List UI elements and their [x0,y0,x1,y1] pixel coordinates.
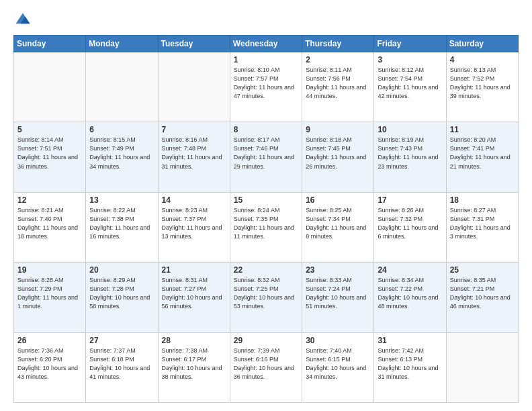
day-number: 26 [17,336,82,345]
day-info: Sunrise: 8:18 AM Sunset: 7:45 PM Dayligh… [306,136,370,171]
day-info: Sunrise: 8:19 AM Sunset: 7:43 PM Dayligh… [378,136,442,171]
calendar-cell: 30Sunrise: 7:40 AM Sunset: 6:15 PM Dayli… [302,332,374,402]
day-number: 6 [89,125,154,134]
day-info: Sunrise: 8:12 AM Sunset: 7:54 PM Dayligh… [378,66,442,101]
calendar-header-thursday: Thursday [302,36,374,52]
day-number: 14 [162,195,226,205]
calendar-header-sunday: Sunday [14,36,86,52]
day-number: 5 [17,125,82,134]
day-info: Sunrise: 8:27 AM Sunset: 7:31 PM Dayligh… [450,206,515,241]
calendar-cell: 16Sunrise: 8:25 AM Sunset: 7:34 PM Dayli… [302,192,374,262]
day-info: Sunrise: 7:40 AM Sunset: 6:15 PM Dayligh… [306,347,370,381]
day-number: 25 [450,265,515,275]
calendar-cell: 26Sunrise: 7:36 AM Sunset: 6:20 PM Dayli… [14,332,86,402]
calendar-week-1: 1Sunrise: 8:10 AM Sunset: 7:57 PM Daylig… [14,52,519,122]
day-info: Sunrise: 8:14 AM Sunset: 7:51 PM Dayligh… [17,136,82,171]
logo-icon [13,11,32,30]
calendar-cell: 2Sunrise: 8:11 AM Sunset: 7:56 PM Daylig… [302,52,374,122]
day-info: Sunrise: 8:31 AM Sunset: 7:27 PM Dayligh… [162,276,226,311]
day-number: 15 [234,195,298,205]
day-number: 22 [234,265,298,275]
calendar-cell [446,332,518,402]
day-info: Sunrise: 8:20 AM Sunset: 7:41 PM Dayligh… [450,136,515,171]
day-number: 16 [306,195,370,205]
calendar-cell: 18Sunrise: 8:27 AM Sunset: 7:31 PM Dayli… [446,192,518,262]
calendar-cell: 8Sunrise: 8:17 AM Sunset: 7:46 PM Daylig… [230,122,302,192]
calendar-cell [86,52,158,122]
day-number: 1 [234,55,298,64]
calendar-week-4: 19Sunrise: 8:28 AM Sunset: 7:29 PM Dayli… [14,263,519,332]
day-number: 21 [162,265,226,275]
calendar-week-5: 26Sunrise: 7:36 AM Sunset: 6:20 PM Dayli… [14,332,519,402]
calendar-cell: 11Sunrise: 8:20 AM Sunset: 7:41 PM Dayli… [446,122,518,192]
calendar-cell: 20Sunrise: 8:29 AM Sunset: 7:28 PM Dayli… [86,263,158,332]
day-number: 2 [306,55,370,64]
day-info: Sunrise: 8:16 AM Sunset: 7:48 PM Dayligh… [162,136,226,171]
day-number: 13 [89,195,154,205]
day-info: Sunrise: 8:32 AM Sunset: 7:25 PM Dayligh… [234,276,298,311]
calendar-cell [14,52,86,122]
day-info: Sunrise: 8:29 AM Sunset: 7:28 PM Dayligh… [89,276,154,311]
day-info: Sunrise: 7:36 AM Sunset: 6:20 PM Dayligh… [17,347,82,381]
calendar-cell: 10Sunrise: 8:19 AM Sunset: 7:43 PM Dayli… [374,122,446,192]
calendar-cell: 25Sunrise: 8:35 AM Sunset: 7:21 PM Dayli… [446,263,518,332]
calendar-header-saturday: Saturday [446,36,518,52]
calendar-cell: 9Sunrise: 8:18 AM Sunset: 7:45 PM Daylig… [302,122,374,192]
day-number: 19 [17,265,82,275]
calendar-header-wednesday: Wednesday [230,36,302,52]
calendar-header-monday: Monday [86,36,158,52]
day-number: 9 [306,125,370,134]
day-number: 28 [162,336,226,345]
day-number: 20 [89,265,154,275]
day-number: 7 [162,125,226,134]
day-info: Sunrise: 7:38 AM Sunset: 6:17 PM Dayligh… [162,347,226,381]
day-info: Sunrise: 7:37 AM Sunset: 6:18 PM Dayligh… [89,347,154,381]
calendar-cell: 13Sunrise: 8:22 AM Sunset: 7:38 PM Dayli… [86,192,158,262]
calendar-cell: 12Sunrise: 8:21 AM Sunset: 7:40 PM Dayli… [14,192,86,262]
calendar-cell: 17Sunrise: 8:26 AM Sunset: 7:32 PM Dayli… [374,192,446,262]
day-info: Sunrise: 7:42 AM Sunset: 6:13 PM Dayligh… [378,347,442,381]
day-number: 3 [378,55,442,64]
day-number: 11 [450,125,515,134]
calendar-cell: 27Sunrise: 7:37 AM Sunset: 6:18 PM Dayli… [86,332,158,402]
day-info: Sunrise: 8:21 AM Sunset: 7:40 PM Dayligh… [17,206,82,241]
calendar-cell: 1Sunrise: 8:10 AM Sunset: 7:57 PM Daylig… [230,52,302,122]
day-info: Sunrise: 8:28 AM Sunset: 7:29 PM Dayligh… [17,276,82,311]
day-info: Sunrise: 8:15 AM Sunset: 7:49 PM Dayligh… [89,136,154,171]
calendar-cell: 4Sunrise: 8:13 AM Sunset: 7:52 PM Daylig… [446,52,518,122]
day-number: 24 [378,265,442,275]
calendar-cell: 28Sunrise: 7:38 AM Sunset: 6:17 PM Dayli… [158,332,230,402]
day-info: Sunrise: 8:23 AM Sunset: 7:37 PM Dayligh… [162,206,226,241]
day-number: 30 [306,336,370,345]
calendar-header-friday: Friday [374,36,446,52]
day-number: 8 [234,125,298,134]
day-number: 10 [378,125,442,134]
calendar-cell: 15Sunrise: 8:24 AM Sunset: 7:35 PM Dayli… [230,192,302,262]
day-number: 18 [450,195,515,205]
calendar-cell: 29Sunrise: 7:39 AM Sunset: 6:16 PM Dayli… [230,332,302,402]
day-info: Sunrise: 8:22 AM Sunset: 7:38 PM Dayligh… [89,206,154,241]
calendar-cell: 21Sunrise: 8:31 AM Sunset: 7:27 PM Dayli… [158,263,230,332]
logo [13,11,35,30]
day-number: 17 [378,195,442,205]
calendar-header-tuesday: Tuesday [158,36,230,52]
day-info: Sunrise: 8:25 AM Sunset: 7:34 PM Dayligh… [306,206,370,241]
day-number: 12 [17,195,82,205]
day-info: Sunrise: 8:10 AM Sunset: 7:57 PM Dayligh… [234,66,298,101]
calendar-cell: 5Sunrise: 8:14 AM Sunset: 7:51 PM Daylig… [14,122,86,192]
calendar-cell: 22Sunrise: 8:32 AM Sunset: 7:25 PM Dayli… [230,263,302,332]
day-info: Sunrise: 8:17 AM Sunset: 7:46 PM Dayligh… [234,136,298,171]
day-info: Sunrise: 7:39 AM Sunset: 6:16 PM Dayligh… [234,347,298,381]
day-info: Sunrise: 8:24 AM Sunset: 7:35 PM Dayligh… [234,206,298,241]
day-info: Sunrise: 8:35 AM Sunset: 7:21 PM Dayligh… [450,276,515,311]
calendar-cell: 19Sunrise: 8:28 AM Sunset: 7:29 PM Dayli… [14,263,86,332]
calendar-cell [158,52,230,122]
day-number: 27 [89,336,154,345]
day-info: Sunrise: 8:26 AM Sunset: 7:32 PM Dayligh… [378,206,442,241]
calendar-cell: 14Sunrise: 8:23 AM Sunset: 7:37 PM Dayli… [158,192,230,262]
calendar-cell: 3Sunrise: 8:12 AM Sunset: 7:54 PM Daylig… [374,52,446,122]
day-number: 29 [234,336,298,345]
calendar-cell: 6Sunrise: 8:15 AM Sunset: 7:49 PM Daylig… [86,122,158,192]
calendar-table: SundayMondayTuesdayWednesdayThursdayFrid… [13,35,519,403]
day-info: Sunrise: 8:34 AM Sunset: 7:22 PM Dayligh… [378,276,442,311]
